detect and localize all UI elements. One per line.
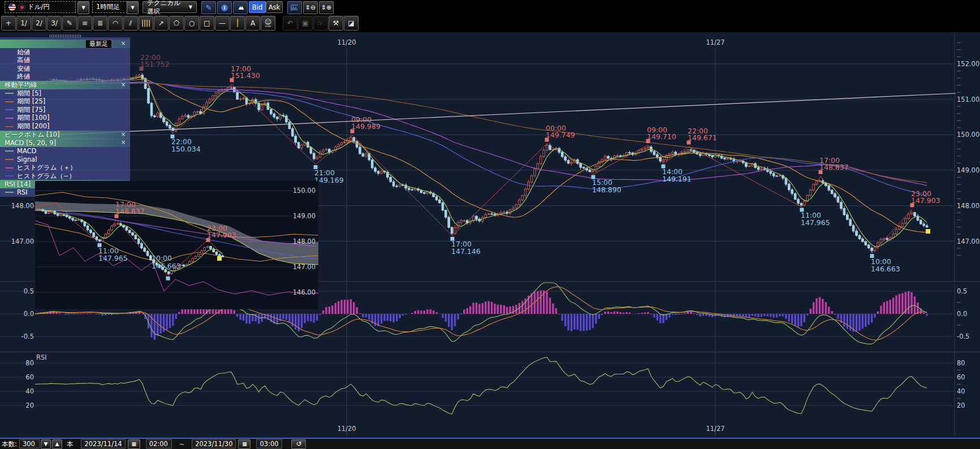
- hand-tool[interactable]: ☞: [313, 16, 328, 31]
- from-date-calendar-icon[interactable]: ▦: [128, 439, 140, 449]
- trendline3-icon: 3/: [51, 20, 58, 27]
- from-time-field[interactable]: 02:00: [146, 439, 172, 448]
- detail-inset-chart[interactable]: 11:00147.96517:00148.83710:00146.66323:0…: [35, 181, 318, 309]
- legend-label: 安値: [17, 64, 30, 73]
- bar-unit-label: 本: [67, 440, 74, 448]
- legend-swatch: [5, 101, 14, 102]
- to-time-field[interactable]: 03:00: [256, 439, 282, 448]
- svg-text:149.00: 149.00: [293, 212, 316, 220]
- ask-button[interactable]: Ask: [266, 1, 283, 13]
- horizontal-line-tool[interactable]: —: [215, 16, 230, 31]
- trendline2-icon: 2/: [36, 20, 42, 27]
- legend-label: MACD [5, 20, 9]: [5, 139, 56, 147]
- fibonacci-arc-icon: ◠: [113, 20, 118, 27]
- zoom-out-button[interactable]: ⇕⊖: [303, 1, 318, 14]
- trendline3-tool[interactable]: 3/: [47, 16, 62, 31]
- ellipse-icon: ○: [189, 20, 195, 27]
- parallel-lines-tool[interactable]: ≡: [77, 16, 92, 31]
- undo-icon: ↶: [287, 20, 293, 27]
- reset-range-button[interactable]: ↺: [291, 439, 306, 449]
- technical-select-button[interactable]: テクニカル選択 ▼: [143, 1, 197, 13]
- svg-text:11/20: 11/20: [337, 38, 356, 46]
- jp-flag-icon: [18, 3, 25, 11]
- legend-item: 期間 [100]: [0, 114, 130, 122]
- to-date-field[interactable]: 2023/11/30: [192, 439, 236, 448]
- rsi-panel[interactable]: 8080606040402020: [0, 352, 980, 437]
- legend-item: 終値: [0, 72, 130, 81]
- svg-text:20: 20: [957, 401, 965, 409]
- copy-icon: ▣: [302, 20, 308, 27]
- timeframe-label: 1時間足: [96, 3, 120, 11]
- vertical-line-tool[interactable]: │: [230, 16, 245, 31]
- tick-chart-button[interactable]: [287, 1, 302, 14]
- bar-count-up-button[interactable]: ▲: [52, 439, 62, 449]
- rectangle-tool[interactable]: □: [200, 16, 214, 31]
- draw-toolbar: +1/2/3/✎≡≣◠⫽||||↗⬠○□—│A☺icon↶▣☞⚒◪: [0, 14, 980, 32]
- copy-tool[interactable]: ▣: [298, 16, 313, 31]
- legend-drag-handle[interactable]: [50, 34, 81, 37]
- rsi-panel-title: RSI: [36, 353, 47, 361]
- ray-lines-tool[interactable]: ↗: [154, 16, 169, 31]
- undo-tool[interactable]: ↶: [283, 16, 297, 31]
- marker-pen-tool[interactable]: ✎: [62, 16, 77, 31]
- bid-button[interactable]: Bid: [249, 1, 266, 13]
- legend-close-icon[interactable]: ×: [120, 139, 127, 145]
- trendline1-tool[interactable]: 1/: [16, 16, 31, 31]
- bar-count-input[interactable]: 300: [19, 439, 40, 448]
- gann-lines-tool[interactable]: ||||: [139, 16, 153, 31]
- draw-pencil-button[interactable]: ✎: [201, 1, 216, 14]
- legend-swatch: [5, 109, 14, 110]
- svg-text:146.663: 146.663: [152, 262, 181, 270]
- latest-bar-chip[interactable]: 最新足: [85, 40, 112, 49]
- bar-count-down-button[interactable]: ▼: [41, 439, 51, 449]
- wrench-tool[interactable]: ⚒: [329, 16, 343, 31]
- svg-text:147.903: 147.903: [207, 231, 236, 239]
- svg-text:148.00: 148.00: [293, 238, 316, 245]
- eraser-tool[interactable]: ◪: [344, 16, 359, 31]
- chart-style-button[interactable]: ▲▲: [233, 1, 248, 14]
- info-button[interactable]: i: [217, 1, 232, 14]
- from-date-field[interactable]: 2023/11/14: [81, 439, 125, 448]
- legend-swatch: [5, 167, 14, 169]
- bottom-date-label: 11/27: [706, 425, 724, 433]
- legend-close-icon[interactable]: ×: [120, 81, 127, 88]
- legend-swatch: [5, 93, 14, 94]
- legend-label: ヒストグラム（＋）: [17, 163, 76, 172]
- marker-pen-icon: ✎: [67, 20, 72, 27]
- to-date-calendar-icon[interactable]: ▦: [238, 439, 251, 449]
- legend-swatch: [5, 126, 14, 127]
- currency-pair-label: ドル/円: [28, 3, 50, 11]
- currency-pair-selector[interactable]: ドル/円: [5, 1, 76, 13]
- fibonacci-arc-tool[interactable]: ◠: [108, 16, 123, 31]
- legend-swatch: [5, 175, 14, 176]
- icon-stamp-tool[interactable]: ☺icon: [261, 16, 275, 31]
- legend-section-header: 移動平均線×: [0, 81, 130, 89]
- indicator-legend-panel: 最新足×始値高値安値終値移動平均線×期間 [5]期間 [25]期間 [75]期間…: [0, 37, 130, 197]
- pentagon-tool[interactable]: ⬠: [169, 16, 184, 31]
- legend-label: 期間 [100]: [17, 114, 50, 122]
- legend-close-icon[interactable]: ×: [120, 40, 127, 46]
- wrench-icon: ⚒: [333, 20, 339, 27]
- legend-item: 期間 [5]: [0, 89, 130, 98]
- legend-label: 高値: [17, 56, 30, 64]
- ray-lines-icon: ↗: [158, 20, 164, 27]
- pencil-icon: ✎: [206, 3, 212, 12]
- multi-lines-tool[interactable]: ≣: [93, 16, 107, 31]
- legend-close-icon[interactable]: ×: [120, 131, 127, 137]
- crosshair-tool[interactable]: +: [1, 16, 16, 31]
- svg-text:148.00: 148.00: [11, 202, 34, 210]
- trendline2-tool[interactable]: 2/: [32, 16, 46, 31]
- svg-text:0.5: 0.5: [24, 287, 34, 295]
- fan-lines-tool[interactable]: ⫽: [123, 16, 138, 31]
- timeframe-selector[interactable]: 1時間足: [92, 1, 127, 13]
- zoom-in-button[interactable]: ⇕⊕: [319, 1, 334, 14]
- zoom-out-icon: ⇕⊖: [305, 4, 316, 11]
- currency-pair-dropdown-icon[interactable]: ▼: [77, 1, 89, 14]
- range-tilde-label: ～: [179, 440, 185, 448]
- svg-text:148.00: 148.00: [957, 202, 979, 210]
- text-tool[interactable]: A: [245, 16, 260, 31]
- bar-count-label: 本数:: [2, 440, 17, 448]
- timeframe-dropdown-icon[interactable]: ▼: [127, 1, 139, 14]
- legend-label: RSI [14]: [5, 180, 31, 188]
- ellipse-tool[interactable]: ○: [184, 16, 199, 31]
